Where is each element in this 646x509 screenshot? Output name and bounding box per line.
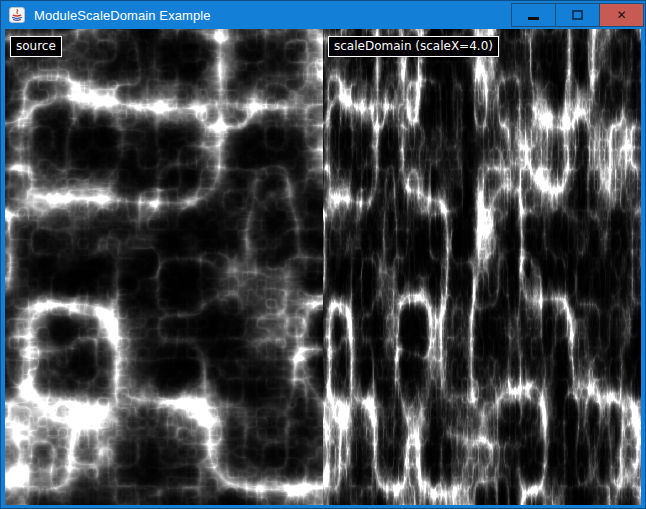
titlebar[interactable]: ModuleScaleDomain Example ✕ (1, 1, 645, 29)
app-window: ModuleScaleDomain Example ✕ source scale… (0, 0, 646, 509)
content-area: source scaleDomain (scaleX=4.0) (5, 29, 641, 503)
close-icon: ✕ (616, 9, 626, 21)
minimize-button[interactable] (511, 3, 556, 27)
window-controls: ✕ (512, 3, 644, 27)
scale-domain-label: scaleDomain (scaleX=4.0) (328, 36, 499, 57)
maximize-icon (572, 10, 583, 20)
source-noise-image (5, 29, 323, 505)
maximize-button[interactable] (555, 3, 600, 27)
close-button[interactable]: ✕ (599, 3, 644, 27)
scale-domain-noise-image (323, 29, 641, 505)
source-label: source (10, 36, 62, 57)
minimize-icon (528, 17, 539, 20)
window-title: ModuleScaleDomain Example (34, 8, 211, 23)
scale-domain-panel: scaleDomain (scaleX=4.0) (323, 29, 641, 505)
java-app-icon (9, 7, 25, 23)
source-panel: source (5, 29, 323, 505)
